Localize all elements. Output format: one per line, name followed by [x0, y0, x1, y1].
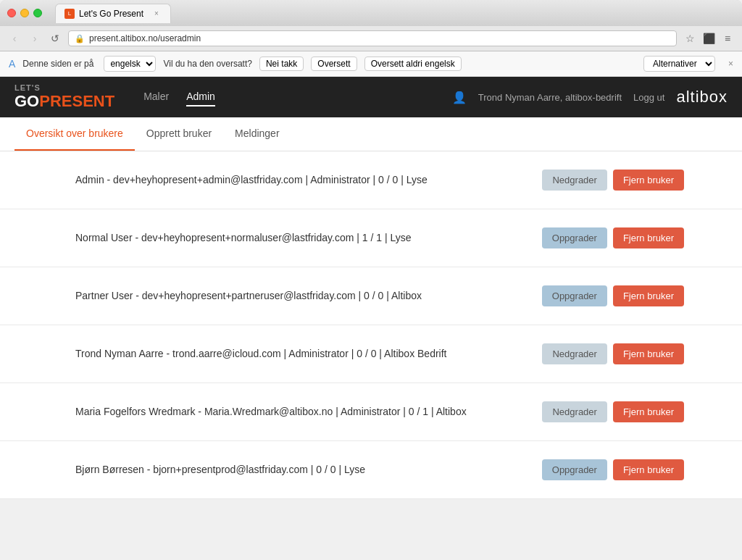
logo-present-text: PRESENT [39, 92, 114, 110]
logout-button[interactable]: Logg ut [633, 92, 664, 103]
translate-text: Denne siden er på [22, 59, 93, 69]
browser-nav-icons: ☆ ⬛ ≡ [683, 31, 735, 46]
tab-bar: L Let's Go Present × [55, 4, 735, 23]
translate-icon: A [9, 58, 15, 70]
user-row: Partner User - dev+heyhopresent+partneru… [0, 267, 742, 325]
browser-navbar: ‹ › ↺ 🔒 present.altibox.no/useradmin ☆ ⬛… [0, 26, 742, 51]
translate-bar: A Denne siden er på engelsk Vil du ha de… [0, 51, 742, 77]
nav-admin[interactable]: Admin [186, 88, 215, 106]
remove-user-button[interactable]: Fjern bruker [613, 401, 684, 422]
translate-language-select[interactable]: engelsk [104, 56, 156, 72]
app-header: LET'S GOPRESENT Maler Admin 👤 Trond Nyma… [0, 77, 742, 117]
address-bar[interactable]: 🔒 present.altibox.no/useradmin [68, 30, 677, 46]
user-info-text: Normal User - dev+heyhopresent+normaluse… [75, 230, 542, 246]
nav-maler[interactable]: Maler [143, 88, 169, 106]
translate-never-button[interactable]: Oversett aldri engelsk [364, 57, 462, 71]
remove-user-button[interactable]: Fjern bruker [613, 285, 684, 306]
sub-nav-messages[interactable]: Meldinger [223, 117, 291, 151]
sub-nav-create-user[interactable]: Opprett bruker [135, 117, 223, 151]
address-text: present.altibox.no/useradmin [89, 33, 670, 43]
user-row: Admin - dev+heyhopresent+admin@lastfrida… [0, 151, 742, 209]
remove-user-button[interactable]: Fjern bruker [613, 343, 684, 364]
translate-question: Vil du ha den oversatt? [163, 59, 252, 69]
downgrade-button[interactable]: Nedgrader [542, 401, 606, 422]
user-row: Trond Nyman Aarre - trond.aarre@icloud.c… [0, 325, 742, 383]
address-lock-icon: 🔒 [75, 34, 85, 43]
downgrade-button[interactable]: Nedgrader [542, 170, 606, 191]
upgrade-button[interactable]: Oppgrader [542, 227, 607, 248]
tab-favicon: L [64, 9, 75, 19]
user-list: Admin - dev+heyhopresent+admin@lastfrida… [0, 151, 742, 499]
altibox-logo: altibox [676, 88, 728, 106]
user-info-text: Admin - dev+heyhopresent+admin@lastfrida… [75, 172, 542, 188]
remove-user-button[interactable]: Fjern bruker [613, 459, 684, 480]
user-info-text: Bjørn Børresen - bjorn+presentprod@lastf… [75, 461, 542, 477]
back-button[interactable]: ‹ [7, 31, 22, 46]
user-row: Normal User - dev+heyhopresent+normaluse… [0, 209, 742, 267]
app-logo: LET'S GOPRESENT [14, 83, 114, 111]
forward-button[interactable]: › [28, 31, 42, 46]
logo-go: GOPRESENT [14, 92, 114, 111]
downgrade-button[interactable]: Nedgrader [542, 343, 606, 364]
logo-go-text: GO [14, 92, 39, 110]
menu-icon[interactable]: ≡ [720, 31, 735, 46]
minimize-window-button[interactable] [20, 9, 29, 17]
refresh-button[interactable]: ↺ [48, 31, 62, 46]
close-window-button[interactable] [7, 9, 16, 17]
maximize-window-button[interactable] [33, 9, 42, 17]
bookmark-icon[interactable]: ☆ [683, 31, 697, 46]
remove-user-button[interactable]: Fjern bruker [613, 170, 684, 191]
user-actions: NedgraderFjern bruker [542, 343, 684, 364]
translate-no-thanks-button[interactable]: Nei takk [259, 57, 304, 71]
translate-button[interactable]: Oversett [311, 57, 357, 71]
translate-options-select[interactable]: Alternativer [643, 56, 715, 72]
tab-close-button[interactable]: × [151, 9, 162, 19]
user-actions: OppgraderFjern bruker [542, 227, 684, 248]
header-right: 👤 Trond Nyman Aarre, altibox-bedrift Log… [452, 88, 728, 106]
user-info-text: Trond Nyman Aarre - trond.aarre@icloud.c… [75, 346, 542, 362]
user-row: Bjørn Børresen - bjorn+presentprod@lastf… [0, 441, 742, 499]
header-nav: Maler Admin [143, 88, 215, 106]
app: LET'S GOPRESENT Maler Admin 👤 Trond Nyma… [0, 77, 742, 499]
user-row: Maria Fogelfors Wredmark - Maria.Wredmar… [0, 383, 742, 441]
user-actions: OppgraderFjern bruker [542, 285, 684, 306]
user-actions: NedgraderFjern bruker [542, 170, 684, 191]
extensions-icon: ⬛ [701, 31, 716, 46]
browser-tab[interactable]: L Let's Go Present × [55, 4, 171, 23]
remove-user-button[interactable]: Fjern bruker [613, 227, 684, 248]
user-icon: 👤 [452, 91, 467, 104]
tab-title: Let's Go Present [79, 9, 143, 19]
user-actions: OppgraderFjern bruker [542, 459, 684, 480]
translate-close-button[interactable]: × [728, 59, 733, 69]
header-user-name: Trond Nyman Aarre, altibox-bedrift [478, 92, 622, 103]
browser-titlebar: L Let's Go Present × [0, 0, 742, 26]
user-info-text: Maria Fogelfors Wredmark - Maria.Wredmar… [75, 404, 542, 419]
upgrade-button[interactable]: Oppgrader [542, 285, 607, 306]
upgrade-button[interactable]: Oppgrader [542, 459, 607, 480]
sub-nav-overview[interactable]: Oversikt over brukere [14, 117, 135, 151]
user-actions: NedgraderFjern bruker [542, 401, 684, 422]
traffic-lights [7, 9, 42, 17]
sub-nav: Oversikt over brukere Opprett bruker Mel… [0, 117, 742, 151]
logo-lets: LET'S [14, 83, 114, 92]
user-info-text: Partner User - dev+heyhopresent+partneru… [75, 288, 542, 304]
browser-window: L Let's Go Present × ‹ › ↺ 🔒 present.alt… [0, 0, 742, 499]
